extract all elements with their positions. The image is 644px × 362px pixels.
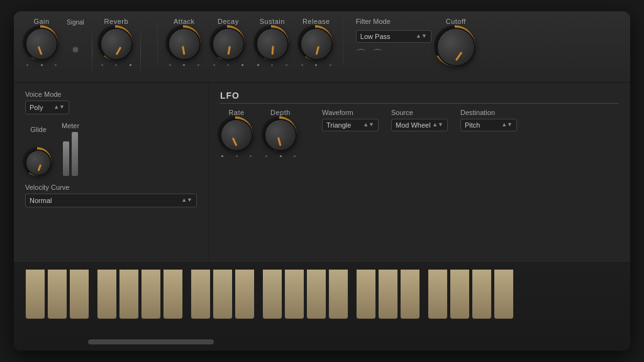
white-key[interactable]: [141, 269, 161, 319]
curve-low-icon: ⌒: [356, 48, 366, 61]
dot: [242, 64, 243, 66]
white-key[interactable]: [494, 269, 514, 319]
white-key[interactable]: [213, 269, 233, 319]
middle-section: Voice Mode Poly ▲▼ Glide Meter: [14, 83, 630, 263]
decay-dots: [212, 64, 245, 66]
glide-knob-wrap: [25, 150, 52, 176]
reverb-label: Reverb: [104, 18, 128, 25]
waveform-label: Waveform: [322, 109, 379, 116]
reverb-dots: [100, 64, 133, 66]
cutoff-section: Cutoff: [436, 18, 475, 67]
synth-container: Gain Signal Reverb: [14, 11, 630, 351]
decay-knob[interactable]: [212, 28, 245, 60]
gain-group: Gain: [25, 18, 58, 66]
white-key[interactable]: [378, 269, 398, 319]
key-group-3: [191, 269, 255, 319]
reverb-knob-wrap: [100, 28, 133, 60]
lfo-title: LFO: [220, 90, 619, 104]
decay-label: Decay: [218, 18, 239, 25]
velocity-curve-arrow-icon: ▲▼: [181, 198, 192, 202]
voice-mode-select[interactable]: Poly ▲▼: [25, 101, 69, 114]
dot: [41, 64, 43, 66]
release-knob-wrap: [300, 28, 333, 60]
white-key[interactable]: [284, 269, 304, 319]
cutoff-knob-wrap: [436, 28, 475, 67]
divider-1: [92, 27, 92, 77]
lfo-depth-knob[interactable]: [264, 119, 297, 151]
key-group-2: [97, 269, 183, 319]
white-key[interactable]: [356, 269, 376, 319]
destination-dropdown[interactable]: Pitch ▲▼: [460, 119, 517, 131]
waveform-dropdown[interactable]: Triangle ▲▼: [322, 119, 379, 131]
attack-knob[interactable]: [168, 28, 201, 60]
filter-mode-value: Low Pass: [360, 33, 391, 40]
left-controls: Voice Mode Poly ▲▼ Glide Meter: [14, 83, 209, 262]
dot: [236, 155, 238, 157]
sustain-knob[interactable]: [256, 28, 289, 60]
attack-knob-wrap: [168, 28, 201, 60]
destination-label: Destination: [460, 109, 517, 116]
dot: [286, 64, 287, 66]
decay-group: Decay: [212, 18, 245, 66]
white-key[interactable]: [472, 269, 492, 319]
dot: [280, 155, 282, 157]
white-key[interactable]: [25, 269, 45, 319]
white-key[interactable]: [119, 269, 139, 319]
velocity-curve-select[interactable]: Normal ▲▼: [25, 194, 197, 207]
source-dropdown[interactable]: Mod Wheel ▲▼: [391, 119, 448, 131]
divider-2: [140, 27, 141, 77]
white-key[interactable]: [450, 269, 470, 319]
dot: [221, 155, 223, 157]
lfo-knobs: Rate Depth: [220, 109, 297, 157]
white-key[interactable]: [47, 269, 67, 319]
key-group-1: [25, 269, 89, 319]
filter-mode-dropdown[interactable]: Low Pass ▲▼: [356, 30, 431, 43]
signal-group: Signal: [67, 19, 84, 52]
sustain-dots: [256, 64, 289, 66]
release-group: Release: [300, 18, 333, 66]
top-section: Gain Signal Reverb: [14, 11, 630, 83]
reverb-knob[interactable]: [100, 28, 133, 60]
glide-group: Glide: [25, 126, 52, 176]
white-key[interactable]: [97, 269, 117, 319]
scroll-bar: [25, 338, 619, 346]
dot: [227, 64, 229, 66]
dot: [169, 64, 171, 66]
source-arrow-icon: ▲▼: [432, 123, 443, 127]
decay-knob-wrap: [212, 28, 245, 60]
white-key[interactable]: [69, 269, 89, 319]
white-key[interactable]: [328, 269, 348, 319]
dot: [55, 64, 57, 66]
white-key[interactable]: [235, 269, 255, 319]
lfo-rate-knob[interactable]: [220, 119, 253, 151]
sustain-group: Sustain: [256, 18, 289, 66]
glide-knob[interactable]: [25, 150, 52, 176]
dot: [330, 64, 331, 66]
white-key[interactable]: [400, 269, 420, 319]
attack-label: Attack: [174, 18, 195, 25]
white-key[interactable]: [306, 269, 326, 319]
piano-keys: [25, 269, 619, 336]
waveform-group: Waveform Triangle ▲▼: [322, 109, 379, 131]
dot: [271, 64, 273, 66]
waveform-value: Triangle: [326, 121, 351, 129]
white-key[interactable]: [163, 269, 183, 319]
release-knob[interactable]: [300, 28, 333, 60]
velocity-curve-value: Normal: [30, 197, 52, 204]
waveform-arrow-icon: ▲▼: [363, 123, 374, 127]
filter-mode-label: Filter Mode: [356, 18, 431, 25]
lfo-controls: Rate Depth: [220, 109, 619, 157]
lfo-rate-knob-wrap: [220, 119, 253, 151]
key-group-4: [262, 269, 348, 319]
dot: [250, 155, 252, 157]
scroll-thumb[interactable]: [88, 339, 214, 344]
cutoff-knob[interactable]: [436, 28, 475, 67]
white-key[interactable]: [191, 269, 211, 319]
white-key[interactable]: [428, 269, 448, 319]
white-key[interactable]: [262, 269, 282, 319]
gain-dots: [25, 64, 58, 66]
dot: [294, 155, 296, 157]
adsr-section: Attack Decay: [157, 18, 343, 66]
gain-knob[interactable]: [25, 28, 58, 60]
dot: [213, 64, 215, 66]
